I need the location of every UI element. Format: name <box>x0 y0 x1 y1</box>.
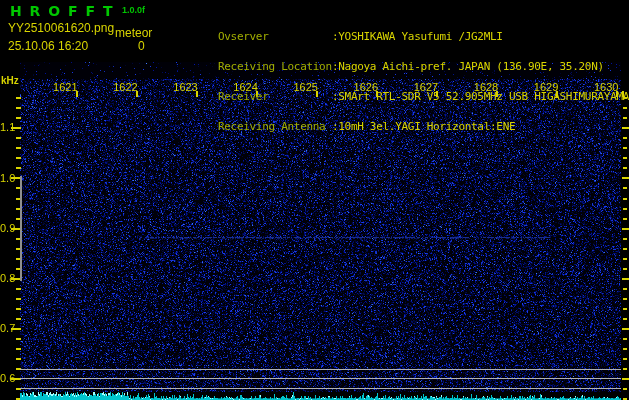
info-label: Receiving Location <box>218 62 332 72</box>
observer-info-block: Ovserver:YOSHIKAWA Yasufumi /JG2MLI Rece… <box>180 2 629 142</box>
freq-tick-label: 1.1 <box>0 121 14 133</box>
info-value: :10mH 3el.YAGI Horizontal:ENE <box>332 120 515 133</box>
time-tick-label: 1623 <box>173 81 197 93</box>
time-tick-label: 1622 <box>113 81 137 93</box>
time-tick-label: 1629 <box>534 81 558 93</box>
time-tick-label: 1625 <box>293 81 317 93</box>
observation-datetime: 25.10.06 16:20 <box>8 39 88 53</box>
calibration-line-lower <box>20 388 621 389</box>
freq-tick-label: 0.7 <box>0 322 14 334</box>
time-tick-label: 1627 <box>414 81 438 93</box>
info-label: Receiver <box>218 92 332 102</box>
info-label: Ovserver <box>218 32 332 42</box>
time-tick-label: 1624 <box>233 81 257 93</box>
calibration-line-upper <box>20 369 621 370</box>
info-value: :Nagoya Aichi-pref. JAPAN (136.90E, 35.2… <box>332 60 604 73</box>
app-title: H R O F F T <box>10 3 114 19</box>
info-value: :YOSHIKAWA Yasufumi /JG2MLI <box>332 30 503 43</box>
time-tick-label: 1628 <box>474 81 498 93</box>
meteor-count: 0 <box>138 39 145 53</box>
calibration-line-0.6khz <box>20 378 621 379</box>
freq-axis-unit: kHz <box>1 75 19 86</box>
observer-info-row: Receiving Location:Nagoya Aichi-pref. JA… <box>180 52 629 62</box>
freq-tick-label: 0.9 <box>0 222 14 234</box>
info-label: Receiving Antenna <box>218 122 332 132</box>
output-filename: YY2510061620.png <box>8 21 114 35</box>
observer-info-row: Ovserver:YOSHIKAWA Yasufumi /JG2MLI <box>180 22 629 32</box>
app-version: 1.0.0f <box>122 5 145 15</box>
freq-tick-label: 0.6 <box>0 372 14 384</box>
time-tick-label: 1621 <box>53 81 77 93</box>
freq-tick-label: 1.0 <box>0 172 14 184</box>
hrofft-window: H R O F F T 1.0.0f YY2510061620.png mete… <box>0 0 629 400</box>
mode-label: meteor <box>115 26 152 40</box>
freq-tick-label: 0.8 <box>0 272 14 284</box>
observer-info-row: Receiving Antenna:10mH 3el.YAGI Horizont… <box>180 112 629 122</box>
vertical-marker-line <box>20 176 22 281</box>
time-tick-label: 1626 <box>354 81 378 93</box>
time-tick-label: 1630 <box>594 81 618 93</box>
